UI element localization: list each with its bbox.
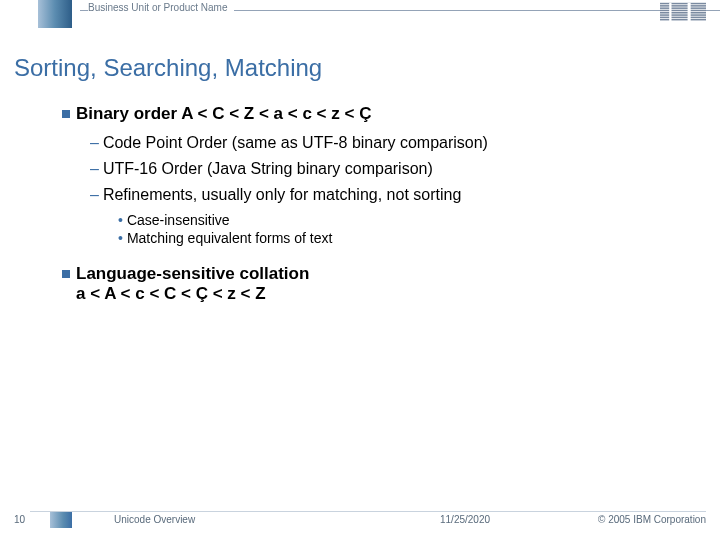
slide-title: Sorting, Searching, Matching bbox=[14, 54, 706, 82]
svg-rect-8 bbox=[669, 3, 671, 21]
svg-rect-3 bbox=[660, 10, 706, 12]
subsub-case-insensitive: •Case-insensitive bbox=[118, 212, 706, 228]
footer-date: 11/25/2020 bbox=[440, 514, 490, 525]
svg-rect-6 bbox=[660, 17, 706, 19]
bullet-language-collation: Language-sensitive collation a < A < c <… bbox=[62, 264, 706, 304]
svg-rect-0 bbox=[660, 3, 706, 5]
subbullet-text: UTF-16 Order (Java String binary compari… bbox=[103, 160, 433, 177]
square-bullet-icon bbox=[62, 270, 70, 278]
svg-rect-2 bbox=[660, 7, 706, 9]
square-bullet-icon bbox=[62, 110, 70, 118]
ibm-logo-icon bbox=[660, 2, 706, 22]
subbullet-text: Refinements, usually only for matching, … bbox=[103, 186, 461, 203]
subsub-text: Matching equivalent forms of text bbox=[127, 230, 332, 246]
svg-rect-1 bbox=[660, 5, 706, 7]
footer-copyright: © 2005 IBM Corporation bbox=[598, 514, 706, 525]
header-bar: Business Unit or Product Name bbox=[0, 0, 720, 28]
bullet-text: Language-sensitive collation bbox=[76, 264, 309, 283]
bullet-text-line2: a < A < c < C < Ç < z < Z bbox=[76, 284, 266, 303]
slide-content: Sorting, Searching, Matching Binary orde… bbox=[14, 54, 706, 314]
footer-rule bbox=[30, 511, 706, 512]
svg-rect-5 bbox=[660, 14, 706, 16]
svg-rect-7 bbox=[660, 19, 706, 21]
subsub-text: Case-insensitive bbox=[127, 212, 230, 228]
subbullet-refinements: –Refinements, usually only for matching,… bbox=[90, 186, 706, 204]
subbullet-text: Code Point Order (same as UTF-8 binary c… bbox=[103, 134, 488, 151]
footer-bar: 10 Unicode Overview 11/25/2020 © 2005 IB… bbox=[0, 510, 720, 532]
bullet-binary-order: Binary order A < C < Z < a < c < z < Ç bbox=[62, 104, 706, 124]
svg-rect-9 bbox=[688, 3, 691, 21]
subbullet-utf16: –UTF-16 Order (Java String binary compar… bbox=[90, 160, 706, 178]
business-unit-label: Business Unit or Product Name bbox=[88, 2, 234, 13]
subbullet-codepoint: –Code Point Order (same as UTF-8 binary … bbox=[90, 134, 706, 152]
page-number: 10 bbox=[14, 514, 25, 525]
footer-doc-title: Unicode Overview bbox=[114, 514, 195, 525]
footer-accent-stripe bbox=[50, 512, 72, 528]
header-accent-stripe bbox=[38, 0, 72, 28]
bullet-text: Binary order A < C < Z < a < c < z < Ç bbox=[76, 104, 371, 123]
svg-rect-4 bbox=[660, 12, 706, 14]
subsub-equivalent-forms: •Matching equivalent forms of text bbox=[118, 230, 706, 246]
